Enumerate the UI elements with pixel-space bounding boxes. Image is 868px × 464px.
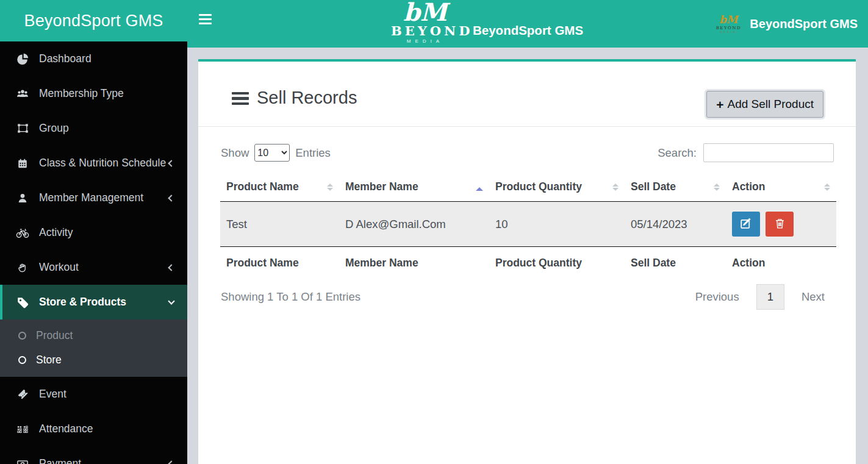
chevron-left-icon [168, 160, 174, 166]
column-header-sell-date[interactable]: Sell Date [625, 173, 726, 202]
sidebar-item-dashboard[interactable]: Dashboard [0, 41, 187, 76]
circle-outline-icon [18, 356, 26, 364]
cell-product-name: Test [220, 202, 339, 247]
plus-icon: + [716, 98, 723, 111]
column-header-product-quantity[interactable]: Product Quantity [489, 173, 625, 202]
column-header-member-name[interactable]: Member Name [339, 173, 489, 202]
sidebar-item-member-management[interactable]: Member Management [0, 180, 187, 215]
edit-pencil-icon [740, 217, 752, 231]
tag-icon [15, 296, 30, 309]
header-center-logo-group: bM BEYOND MEDIA BeyondSport GMS [391, 1, 583, 44]
sort-icon [714, 180, 720, 194]
pagination: Previous 1 Next [686, 284, 834, 310]
search-input[interactable] [703, 143, 834, 162]
column-header-action[interactable]: Action [726, 173, 836, 202]
table-header-row: Product Name Member Name Product Quantit… [220, 173, 836, 202]
trash-icon [774, 218, 786, 231]
sidebar-item-class-nutrition-schedule[interactable]: Class & Nutrition Schedule [0, 146, 187, 180]
bicycle-icon [15, 226, 30, 240]
footer-sell-date: Sell Date [625, 247, 726, 276]
sell-records-card: Sell Records + Add Sell Product Show 10 … [198, 59, 856, 464]
card-header: Sell Records + Add Sell Product [198, 62, 856, 126]
pagination-next[interactable]: Next [792, 285, 834, 309]
sidebar-nav: Dashboard Membership Type Group Class & … [0, 41, 187, 464]
sidebar-item-payment[interactable]: Payment [0, 446, 187, 464]
circle-outline-icon [18, 332, 26, 340]
footer-member-name: Member Name [339, 247, 489, 276]
table-controls: Show 10 Entries Search: [198, 127, 856, 170]
sidebar-item-group[interactable]: Group [0, 111, 187, 146]
sort-icon [824, 180, 830, 194]
cell-product-quantity: 10 [489, 202, 625, 247]
ticket-icon [15, 388, 30, 400]
page-length-control: Show 10 Entries [221, 144, 331, 162]
show-label: Show [221, 146, 249, 160]
entries-summary: Showing 1 To 1 Of 1 Entries [221, 290, 360, 304]
object-group-icon [15, 123, 30, 134]
list-bars-icon [232, 92, 249, 105]
footer-action: Action [726, 247, 836, 276]
sort-ascending-icon [476, 184, 483, 191]
users-icon [15, 88, 30, 100]
user-icon [15, 193, 30, 204]
edit-button[interactable] [732, 212, 760, 237]
sell-records-table: Product Name Member Name Product Quantit… [220, 173, 836, 276]
table-footer-bar: Showing 1 To 1 Of 1 Entries Previous 1 N… [198, 276, 856, 310]
sort-icon [327, 180, 333, 194]
chevron-left-icon [168, 195, 174, 201]
cell-sell-date: 05/14/2023 [625, 202, 726, 247]
top-header-bar: BeyondSport GMS bM BEYOND MEDIA BeyondSp… [0, 0, 868, 48]
entries-label: Entries [295, 146, 331, 160]
sidebar-subitem-store[interactable]: Store [0, 348, 187, 372]
main-content: Sell Records + Add Sell Product Show 10 … [187, 48, 868, 464]
column-header-product-name[interactable]: Product Name [220, 173, 339, 202]
menu-toggle-icon[interactable] [199, 14, 212, 25]
chevron-down-icon [168, 298, 174, 304]
header-right-group: bM BEYOND MEDIA BeyondSport GMS [714, 0, 858, 48]
add-sell-product-button[interactable]: + Add Sell Product [706, 91, 823, 118]
chevron-left-icon [168, 264, 174, 271]
cell-member-name: D Alex@Gmail.Com [339, 202, 489, 247]
calendar-icon [15, 158, 30, 169]
sidebar-subitem-product[interactable]: Product [0, 323, 187, 348]
hand-icon [15, 262, 30, 273]
search-control: Search: [658, 143, 834, 162]
sidebar-item-event[interactable]: Event [0, 377, 187, 412]
pagination-page-1[interactable]: 1 [756, 284, 784, 310]
sidebar-item-attendance[interactable]: Attendance [0, 412, 187, 446]
search-label: Search: [658, 146, 697, 160]
table-footer-row: Product Name Member Name Product Quantit… [220, 247, 836, 276]
beyond-media-logo: bM BEYOND MEDIA [391, 1, 459, 44]
sidebar-item-workout[interactable]: Workout [0, 250, 187, 285]
cell-action [726, 202, 836, 247]
chevron-left-icon [168, 460, 174, 464]
sidebar-brand-title: BeyondSport GMS [0, 0, 187, 41]
header-right-title: BeyondSport GMS [750, 17, 858, 31]
beyond-media-logo-small: bM BEYOND MEDIA [714, 15, 742, 34]
logo-monogram: bM [391, 1, 459, 23]
sidebar-item-membership-type[interactable]: Membership Type [0, 76, 187, 111]
money-icon [15, 458, 30, 464]
delete-button[interactable] [766, 212, 794, 237]
footer-product-name: Product Name [220, 247, 339, 276]
store-products-submenu: Product Store [0, 319, 187, 377]
table-row: Test D Alex@Gmail.Com 10 05/14/2023 [220, 202, 836, 247]
sort-icon [612, 180, 619, 194]
grid-dots-icon [15, 423, 30, 435]
page-length-select[interactable]: 10 [254, 144, 290, 162]
sidebar-item-activity[interactable]: Activity [0, 215, 187, 250]
footer-product-quantity: Product Quantity [489, 247, 625, 276]
pie-chart-icon [15, 53, 30, 65]
pagination-previous[interactable]: Previous [686, 285, 748, 309]
header-center-title: BeyondSport GMS [473, 23, 583, 38]
sidebar-item-store-products[interactable]: Store & Products [0, 285, 187, 319]
